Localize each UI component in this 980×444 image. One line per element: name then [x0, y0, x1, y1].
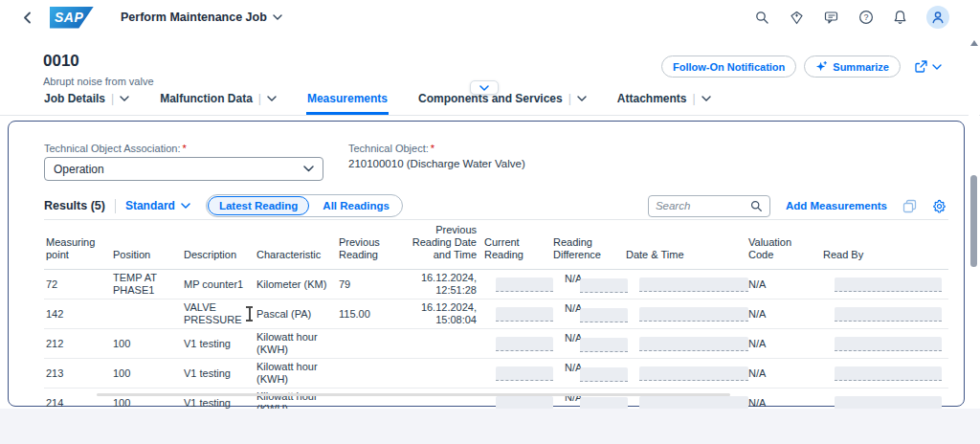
cell-reading-difference: N/A	[551, 329, 624, 359]
page-background	[0, 409, 980, 444]
tab-malfunction-data[interactable]: Malfunction Data|	[159, 92, 278, 115]
collapse-header-button[interactable]	[470, 80, 499, 95]
column-header-previous-reading[interactable]: Previous Reading	[337, 220, 392, 270]
cell-date-time	[624, 359, 746, 388]
tab-separator: |	[258, 92, 261, 105]
cell-reading-difference: N/A	[551, 359, 624, 388]
reading-difference-input[interactable]	[580, 278, 628, 293]
column-header-reading-difference[interactable]: Reading Difference	[551, 220, 624, 270]
cell-read-by	[821, 359, 948, 388]
settings-gear-icon[interactable]	[932, 199, 947, 213]
current-reading-input[interactable]	[496, 337, 553, 351]
share-icon	[914, 59, 928, 74]
tab-measurements[interactable]: Measurements	[306, 92, 389, 115]
cell-position: 100	[111, 359, 182, 388]
cell-date-time	[624, 270, 746, 300]
date-time-input[interactable]	[639, 307, 748, 322]
search-input[interactable]	[656, 200, 746, 211]
table-row: 142VALVE PRESSUREPascal (PA)115.0016.12.…	[44, 300, 948, 329]
cell-read-by	[821, 300, 948, 329]
divider	[115, 199, 116, 213]
reading-difference-input[interactable]	[580, 338, 628, 352]
current-reading-input[interactable]	[496, 307, 553, 322]
chevron-down-icon[interactable]	[702, 96, 711, 101]
column-header-read-by[interactable]: Read By	[821, 220, 948, 270]
cell-measuring-point: 72	[44, 270, 111, 300]
user-avatar[interactable]	[926, 6, 949, 29]
search-icon[interactable]	[754, 10, 770, 26]
chevron-down-icon	[479, 85, 489, 91]
characteristic-text: Pascal (PA)	[256, 308, 311, 320]
cell-previous-reading-date	[392, 329, 482, 359]
shell-bar: SAP Perform Maintenance Job ?	[0, 0, 980, 34]
chevron-down-icon[interactable]	[577, 96, 587, 101]
scrollbar-thumb[interactable]	[970, 175, 977, 267]
jewel-icon[interactable]	[789, 10, 805, 26]
notifications-icon[interactable]	[892, 10, 908, 26]
read-by-input[interactable]	[835, 278, 942, 292]
technical-object-label: Technical Object:*	[348, 143, 434, 154]
cell-date-time	[624, 329, 746, 359]
search-field[interactable]	[648, 195, 770, 217]
add-measurements-button[interactable]: Add Measurements	[786, 200, 887, 211]
read-by-input[interactable]	[835, 307, 942, 322]
help-icon[interactable]: ?	[858, 10, 874, 26]
cell-previous-reading-date: 16.12.2024, 15:08:04	[392, 300, 482, 329]
column-header-previous-reading-date-and-time[interactable]: Previous Reading Date and Time	[392, 220, 482, 270]
current-reading-input[interactable]	[496, 278, 553, 292]
vertical-scrollbar[interactable]	[969, 36, 979, 402]
copy-icon[interactable]	[902, 199, 917, 213]
technical-object-association-select[interactable]: Operation	[44, 157, 323, 181]
cell-valuation-code: N/A	[746, 270, 821, 300]
segment-all-readings[interactable]: All Readings	[311, 196, 401, 215]
back-button[interactable]	[17, 8, 36, 27]
follow-on-notification-button[interactable]: Follow-On Notification	[661, 56, 796, 78]
read-by-input[interactable]	[835, 337, 942, 351]
current-reading-input[interactable]	[496, 366, 553, 381]
date-time-input[interactable]	[639, 278, 748, 292]
column-header-date-time[interactable]: Date & Time	[624, 220, 746, 270]
horizontal-scrollbar[interactable]	[97, 393, 730, 396]
tab-components-and-services[interactable]: Components and Services|	[417, 92, 588, 115]
column-header-position[interactable]: Position	[111, 220, 182, 270]
ai-sparkle-icon	[815, 60, 828, 73]
reading-difference-input[interactable]	[580, 308, 628, 322]
feedback-icon[interactable]	[823, 10, 839, 26]
cell-previous-reading-date: 16.12.2024, 12:51:28	[392, 270, 482, 300]
column-header-characteristic[interactable]: Characteristic	[255, 220, 337, 270]
share-menu-button[interactable]	[914, 59, 942, 74]
segment-latest-reading[interactable]: Latest Reading	[208, 196, 309, 215]
chevron-down-icon[interactable]	[267, 96, 277, 101]
read-by-input[interactable]	[835, 366, 942, 381]
svg-text:?: ?	[863, 12, 868, 22]
measurements-section: Technical Object Association:* Operation…	[8, 121, 965, 407]
tab-job-details[interactable]: Job Details|	[43, 92, 130, 115]
person-icon	[931, 11, 945, 24]
required-marker: *	[431, 143, 434, 154]
date-time-input[interactable]	[639, 366, 748, 381]
tab-separator: |	[568, 92, 571, 105]
cell-read-by	[821, 270, 948, 300]
column-header-current-reading[interactable]: Current Reading	[482, 220, 551, 270]
search-icon[interactable]	[750, 200, 763, 212]
column-header-valuation-code[interactable]: Valuation Code	[746, 220, 821, 270]
cell-previous-reading	[337, 329, 392, 359]
cell-previous-reading-date	[392, 359, 482, 388]
column-header-description[interactable]: Description	[182, 220, 255, 270]
text-cursor-icon	[245, 306, 254, 322]
tab-attachments[interactable]: Attachments|	[616, 92, 712, 115]
column-header-measuring-point[interactable]: Measuring point	[44, 220, 111, 270]
cell-date-time	[624, 300, 746, 329]
variant-selector[interactable]: Standard	[125, 199, 190, 212]
table-toolbar: Results (5) Standard Latest ReadingAll R…	[44, 192, 947, 219]
summarize-button[interactable]: Summarize	[804, 56, 901, 78]
technical-object-value: 210100010 (Discharge Water Valve)	[348, 158, 525, 169]
reading-difference-input[interactable]	[580, 367, 628, 382]
date-time-input[interactable]	[639, 337, 748, 351]
app-title-menu[interactable]: Perform Maintenance Job	[121, 11, 282, 24]
sap-logo[interactable]: SAP	[50, 7, 94, 29]
cell-current-reading	[482, 329, 551, 359]
cell-characteristic: Kilometer (KM)	[255, 270, 337, 300]
scroll-up-arrow-icon[interactable]	[970, 40, 978, 46]
chevron-down-icon[interactable]	[120, 96, 129, 101]
